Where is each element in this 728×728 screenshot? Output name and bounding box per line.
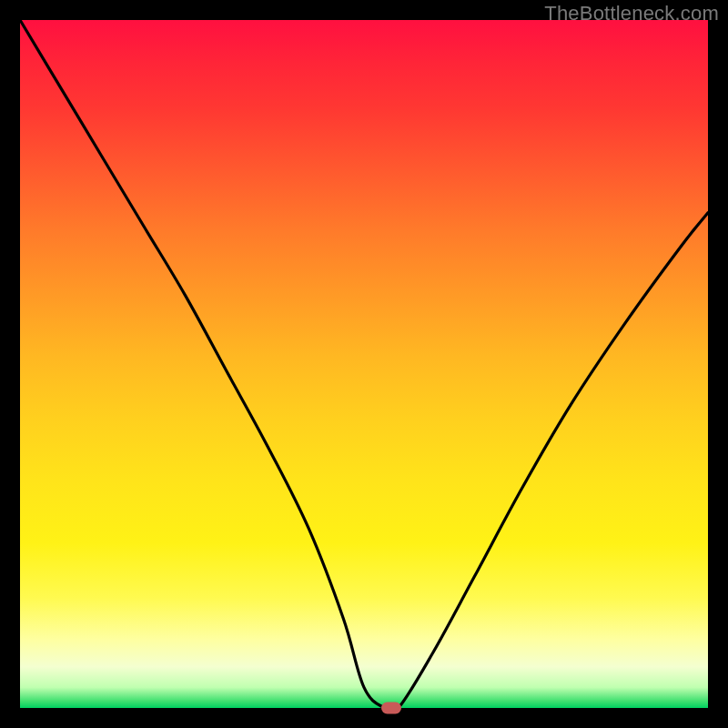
chart-frame: TheBottleneck.com — [0, 0, 728, 728]
curve-svg — [20, 20, 708, 708]
bottleneck-curve-path — [20, 20, 708, 708]
plot-area — [20, 20, 708, 708]
bottleneck-marker — [381, 703, 401, 714]
watermark-text: TheBottleneck.com — [544, 2, 719, 25]
